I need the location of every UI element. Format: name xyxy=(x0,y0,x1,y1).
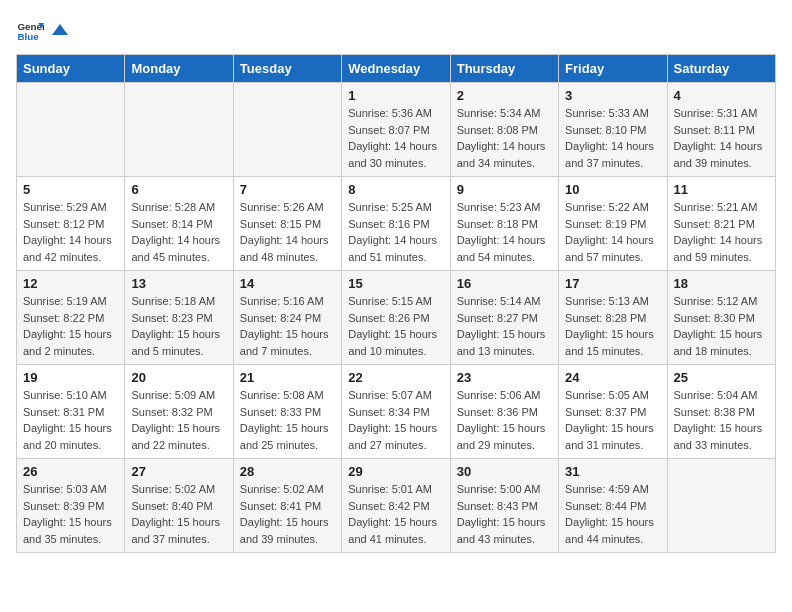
day-info: Sunrise: 4:59 AM Sunset: 8:44 PM Dayligh… xyxy=(565,481,660,547)
calendar-cell: 12Sunrise: 5:19 AM Sunset: 8:22 PM Dayli… xyxy=(17,271,125,365)
calendar-cell: 23Sunrise: 5:06 AM Sunset: 8:36 PM Dayli… xyxy=(450,365,558,459)
day-number: 24 xyxy=(565,370,660,385)
day-number: 1 xyxy=(348,88,443,103)
calendar-cell: 22Sunrise: 5:07 AM Sunset: 8:34 PM Dayli… xyxy=(342,365,450,459)
calendar-cell: 6Sunrise: 5:28 AM Sunset: 8:14 PM Daylig… xyxy=(125,177,233,271)
day-number: 26 xyxy=(23,464,118,479)
day-number: 2 xyxy=(457,88,552,103)
weekday-header-monday: Monday xyxy=(125,55,233,83)
day-info: Sunrise: 5:16 AM Sunset: 8:24 PM Dayligh… xyxy=(240,293,335,359)
calendar-body: 1Sunrise: 5:36 AM Sunset: 8:07 PM Daylig… xyxy=(17,83,776,553)
day-info: Sunrise: 5:29 AM Sunset: 8:12 PM Dayligh… xyxy=(23,199,118,265)
day-number: 27 xyxy=(131,464,226,479)
day-number: 10 xyxy=(565,182,660,197)
day-number: 9 xyxy=(457,182,552,197)
day-info: Sunrise: 5:12 AM Sunset: 8:30 PM Dayligh… xyxy=(674,293,769,359)
calendar-cell xyxy=(667,459,775,553)
day-info: Sunrise: 5:10 AM Sunset: 8:31 PM Dayligh… xyxy=(23,387,118,453)
day-info: Sunrise: 5:26 AM Sunset: 8:15 PM Dayligh… xyxy=(240,199,335,265)
day-number: 18 xyxy=(674,276,769,291)
weekday-header-sunday: Sunday xyxy=(17,55,125,83)
day-info: Sunrise: 5:03 AM Sunset: 8:39 PM Dayligh… xyxy=(23,481,118,547)
calendar-cell: 8Sunrise: 5:25 AM Sunset: 8:16 PM Daylig… xyxy=(342,177,450,271)
day-number: 6 xyxy=(131,182,226,197)
calendar-cell: 21Sunrise: 5:08 AM Sunset: 8:33 PM Dayli… xyxy=(233,365,341,459)
day-info: Sunrise: 5:31 AM Sunset: 8:11 PM Dayligh… xyxy=(674,105,769,171)
day-info: Sunrise: 5:28 AM Sunset: 8:14 PM Dayligh… xyxy=(131,199,226,265)
day-info: Sunrise: 5:22 AM Sunset: 8:19 PM Dayligh… xyxy=(565,199,660,265)
calendar-cell: 16Sunrise: 5:14 AM Sunset: 8:27 PM Dayli… xyxy=(450,271,558,365)
day-info: Sunrise: 5:19 AM Sunset: 8:22 PM Dayligh… xyxy=(23,293,118,359)
day-number: 14 xyxy=(240,276,335,291)
day-number: 20 xyxy=(131,370,226,385)
day-info: Sunrise: 5:18 AM Sunset: 8:23 PM Dayligh… xyxy=(131,293,226,359)
svg-text:Blue: Blue xyxy=(17,31,39,42)
day-number: 23 xyxy=(457,370,552,385)
header: General Blue xyxy=(16,16,776,44)
day-number: 13 xyxy=(131,276,226,291)
day-number: 16 xyxy=(457,276,552,291)
day-number: 4 xyxy=(674,88,769,103)
calendar-week-row: 5Sunrise: 5:29 AM Sunset: 8:12 PM Daylig… xyxy=(17,177,776,271)
day-number: 28 xyxy=(240,464,335,479)
day-number: 8 xyxy=(348,182,443,197)
day-number: 21 xyxy=(240,370,335,385)
calendar-cell xyxy=(125,83,233,177)
calendar-cell: 24Sunrise: 5:05 AM Sunset: 8:37 PM Dayli… xyxy=(559,365,667,459)
calendar-cell: 18Sunrise: 5:12 AM Sunset: 8:30 PM Dayli… xyxy=(667,271,775,365)
calendar-cell: 4Sunrise: 5:31 AM Sunset: 8:11 PM Daylig… xyxy=(667,83,775,177)
day-number: 17 xyxy=(565,276,660,291)
calendar-cell: 28Sunrise: 5:02 AM Sunset: 8:41 PM Dayli… xyxy=(233,459,341,553)
logo-triangle-icon xyxy=(50,21,68,39)
day-info: Sunrise: 5:25 AM Sunset: 8:16 PM Dayligh… xyxy=(348,199,443,265)
day-info: Sunrise: 5:06 AM Sunset: 8:36 PM Dayligh… xyxy=(457,387,552,453)
calendar-cell: 3Sunrise: 5:33 AM Sunset: 8:10 PM Daylig… xyxy=(559,83,667,177)
calendar-week-row: 12Sunrise: 5:19 AM Sunset: 8:22 PM Dayli… xyxy=(17,271,776,365)
svg-marker-3 xyxy=(52,24,68,35)
day-number: 11 xyxy=(674,182,769,197)
calendar-cell: 20Sunrise: 5:09 AM Sunset: 8:32 PM Dayli… xyxy=(125,365,233,459)
day-number: 19 xyxy=(23,370,118,385)
day-info: Sunrise: 5:36 AM Sunset: 8:07 PM Dayligh… xyxy=(348,105,443,171)
day-info: Sunrise: 5:15 AM Sunset: 8:26 PM Dayligh… xyxy=(348,293,443,359)
calendar-cell xyxy=(233,83,341,177)
day-info: Sunrise: 5:02 AM Sunset: 8:40 PM Dayligh… xyxy=(131,481,226,547)
logo: General Blue xyxy=(16,16,68,44)
calendar-cell: 13Sunrise: 5:18 AM Sunset: 8:23 PM Dayli… xyxy=(125,271,233,365)
day-info: Sunrise: 5:07 AM Sunset: 8:34 PM Dayligh… xyxy=(348,387,443,453)
day-info: Sunrise: 5:23 AM Sunset: 8:18 PM Dayligh… xyxy=(457,199,552,265)
calendar-week-row: 26Sunrise: 5:03 AM Sunset: 8:39 PM Dayli… xyxy=(17,459,776,553)
calendar-cell: 2Sunrise: 5:34 AM Sunset: 8:08 PM Daylig… xyxy=(450,83,558,177)
day-number: 3 xyxy=(565,88,660,103)
calendar-cell: 30Sunrise: 5:00 AM Sunset: 8:43 PM Dayli… xyxy=(450,459,558,553)
day-info: Sunrise: 5:33 AM Sunset: 8:10 PM Dayligh… xyxy=(565,105,660,171)
day-info: Sunrise: 5:08 AM Sunset: 8:33 PM Dayligh… xyxy=(240,387,335,453)
weekday-header-thursday: Thursday xyxy=(450,55,558,83)
calendar-cell: 1Sunrise: 5:36 AM Sunset: 8:07 PM Daylig… xyxy=(342,83,450,177)
day-number: 22 xyxy=(348,370,443,385)
day-number: 29 xyxy=(348,464,443,479)
day-info: Sunrise: 5:01 AM Sunset: 8:42 PM Dayligh… xyxy=(348,481,443,547)
calendar-cell: 15Sunrise: 5:15 AM Sunset: 8:26 PM Dayli… xyxy=(342,271,450,365)
calendar-cell xyxy=(17,83,125,177)
day-number: 7 xyxy=(240,182,335,197)
calendar-cell: 25Sunrise: 5:04 AM Sunset: 8:38 PM Dayli… xyxy=(667,365,775,459)
day-number: 25 xyxy=(674,370,769,385)
weekday-header-saturday: Saturday xyxy=(667,55,775,83)
day-info: Sunrise: 5:09 AM Sunset: 8:32 PM Dayligh… xyxy=(131,387,226,453)
day-number: 15 xyxy=(348,276,443,291)
day-number: 5 xyxy=(23,182,118,197)
calendar-cell: 19Sunrise: 5:10 AM Sunset: 8:31 PM Dayli… xyxy=(17,365,125,459)
day-info: Sunrise: 5:05 AM Sunset: 8:37 PM Dayligh… xyxy=(565,387,660,453)
calendar-table: SundayMondayTuesdayWednesdayThursdayFrid… xyxy=(16,54,776,553)
day-info: Sunrise: 5:00 AM Sunset: 8:43 PM Dayligh… xyxy=(457,481,552,547)
calendar-cell: 7Sunrise: 5:26 AM Sunset: 8:15 PM Daylig… xyxy=(233,177,341,271)
day-info: Sunrise: 5:14 AM Sunset: 8:27 PM Dayligh… xyxy=(457,293,552,359)
day-number: 30 xyxy=(457,464,552,479)
day-info: Sunrise: 5:13 AM Sunset: 8:28 PM Dayligh… xyxy=(565,293,660,359)
day-info: Sunrise: 5:21 AM Sunset: 8:21 PM Dayligh… xyxy=(674,199,769,265)
weekday-header-wednesday: Wednesday xyxy=(342,55,450,83)
calendar-cell: 9Sunrise: 5:23 AM Sunset: 8:18 PM Daylig… xyxy=(450,177,558,271)
calendar-cell: 29Sunrise: 5:01 AM Sunset: 8:42 PM Dayli… xyxy=(342,459,450,553)
day-info: Sunrise: 5:34 AM Sunset: 8:08 PM Dayligh… xyxy=(457,105,552,171)
